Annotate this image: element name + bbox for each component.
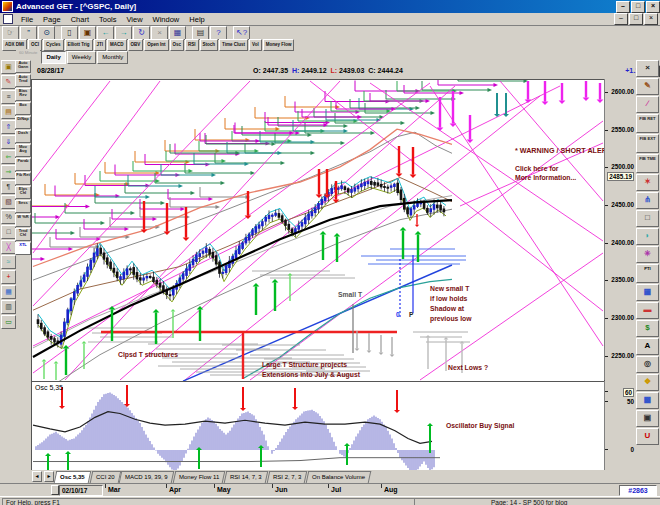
tab-rsi-14-7-3[interactable]: RSI 14, 7, 3 [224,471,268,483]
left-icon-14[interactable]: + [1,270,16,284]
forward-icon[interactable]: → [115,26,132,40]
start-date-box[interactable]: 02/10/17 [59,485,103,496]
left-icon-7[interactable]: ⇒ [1,165,16,179]
left-icon-11[interactable]: □ [1,225,16,239]
tool-bias-rev[interactable]: Bias Rev [15,88,31,101]
gann-fan-tool[interactable]: ✶ [636,174,659,191]
pencil-tool[interactable]: ✎ [636,78,659,95]
left-icon-12[interactable]: ╳ [1,240,16,254]
menu-chart[interactable]: Chart [66,14,94,25]
study-elliott-trig[interactable]: Elliott Trig [65,39,93,51]
box-tool[interactable]: □ [636,210,659,227]
trendline-tool[interactable]: ∕ [636,96,659,113]
tool-dinap[interactable]: DiNap [15,116,31,129]
study-vol[interactable]: Vol [249,39,262,51]
grid-tool[interactable]: ▩ [636,392,659,409]
left-icon-2[interactable]: ≡ [1,90,16,104]
tool-elps-chl[interactable]: Elps Chl [15,186,31,199]
menu-tools[interactable]: Tools [94,14,122,25]
study-money-flow[interactable]: Money Flow [263,39,295,51]
price-chart-pane[interactable]: 0P* WARNING / SHORT ALERT *Click here fo… [31,79,605,382]
timeframe-monthly[interactable]: Monthly [97,51,128,64]
quote-icon[interactable]: ” [20,26,37,40]
close-button[interactable]: × [646,1,660,13]
gann-box-tool[interactable]: ▦ [636,284,659,301]
menu-file[interactable]: File [16,14,38,25]
mob-tool[interactable]: ▬ [636,302,659,319]
tool-sess[interactable]: Sess [15,200,31,213]
pitchfork-tool[interactable]: ⋔ [636,192,659,209]
tab-macd-19-39-9[interactable]: MACD 19, 39, 9 [119,471,174,483]
left-icon-15[interactable]: ▦ [1,285,16,299]
tab-scroll-right[interactable]: ► [44,471,54,482]
price-chart[interactable]: 0P* WARNING / SHORT ALERT *Click here fo… [32,80,604,381]
left-icon-9[interactable]: ▧ [1,195,16,209]
back-icon[interactable]: ← [97,26,114,40]
tool-parab[interactable]: Parab [15,158,31,171]
left-icon-8[interactable]: ¶ [1,180,16,194]
context-help-icon[interactable]: ↖? [233,26,250,40]
price-label-tool[interactable]: $ [636,320,659,337]
left-icon-13[interactable]: ≈ [1,255,16,269]
zoom-icon[interactable]: ⊙ [38,26,55,40]
tab-osc-5-35[interactable]: Osc 5,35 [54,471,91,483]
tool-auto-trnd[interactable]: Auto Trnd [15,74,31,87]
tab-on-balance-volume[interactable]: On Balance Volume [306,471,372,483]
fib-time-tool[interactable]: FIB TME [636,154,659,173]
oscillator-chart[interactable]: Osc 5,35Oscillator Buy Signal [32,382,604,471]
tool-w-%r[interactable]: W %R [15,214,31,227]
tab-scroll-left[interactable]: ◄ [32,471,42,482]
tab-cci-20[interactable]: CCI 20 [89,471,120,483]
copy-tool[interactable]: ▣ [636,410,659,427]
tool-box[interactable]: Box [15,102,31,115]
tab-money-flow-11[interactable]: Money Flow 11 [173,471,226,483]
color-tool[interactable]: ❖ [636,374,659,391]
oscillator-pane[interactable]: Osc 5,35Oscillator Buy Signal [31,381,605,472]
mdi-restore-button[interactable]: □ [629,13,643,25]
expansion-tool[interactable]: ✳ [636,246,659,263]
left-icon-16[interactable]: ▥ [1,300,16,314]
chart-window-icon[interactable] [3,14,13,24]
save-icon[interactable]: ▣ [79,26,96,40]
left-icon-10[interactable]: % [1,210,16,224]
timeframe-daily[interactable]: Daily [41,51,65,64]
study-time-clust[interactable]: Time Clust [219,39,248,51]
mdi-close-button[interactable]: × [644,13,658,25]
tool-trnd-chl[interactable]: Trnd Chl [15,228,31,241]
annotation[interactable]: More Information... [515,174,576,181]
new-chart-icon[interactable]: ▯ [61,26,78,40]
study-obv[interactable]: OBV [128,39,144,51]
restore-button[interactable]: □ [631,1,645,13]
refresh-icon[interactable]: ↻ [133,26,150,40]
study-jti[interactable]: JTI [94,39,107,51]
left-icon-3[interactable]: ▤ [1,105,16,119]
timeframe-weekly[interactable]: Weekly [67,51,97,64]
delete-tool[interactable]: × [636,60,659,77]
left-icon-4[interactable]: ⇑ [1,120,16,134]
study-macd[interactable]: MACD [107,39,127,51]
fib-extension-tool[interactable]: FIB EXT [636,134,659,153]
pti-tool[interactable]: PTI [636,264,659,283]
study-osc[interactable]: Osc [170,39,185,51]
pointer-icon[interactable]: ☞ [2,26,19,40]
tool-mov-avg[interactable]: Mov Avg [15,144,31,157]
left-icon-0[interactable]: ▣ [1,60,16,74]
tool-fib-ret[interactable]: Fib Ret [15,172,31,185]
menu-view[interactable]: View [121,14,147,25]
fib-retrace-tool[interactable]: FIB RET [636,114,659,133]
menu-help[interactable]: Help [184,14,209,25]
tool-auto-gann[interactable]: Auto Gann [15,60,31,73]
menu-page[interactable]: Page [38,14,66,25]
tool-xtl[interactable]: XTL [15,242,31,255]
update-tool[interactable]: U [636,428,659,445]
minimize-button[interactable]: – [616,1,630,13]
text-tool[interactable]: A [636,338,659,355]
left-icon-5[interactable]: ⇓ [1,135,16,149]
study-open-int[interactable]: Open Int [144,39,168,51]
print-icon[interactable]: ▤ [192,26,209,40]
left-icon-6[interactable]: ⇐ [1,150,16,164]
tab-rsi-2-7-3[interactable]: RSI 2, 7, 3 [267,471,308,483]
ellipse-tool[interactable]: ◗ [636,228,659,245]
study-rsi[interactable]: RSI [185,39,199,51]
study-cycles[interactable]: Cycles [43,39,64,51]
